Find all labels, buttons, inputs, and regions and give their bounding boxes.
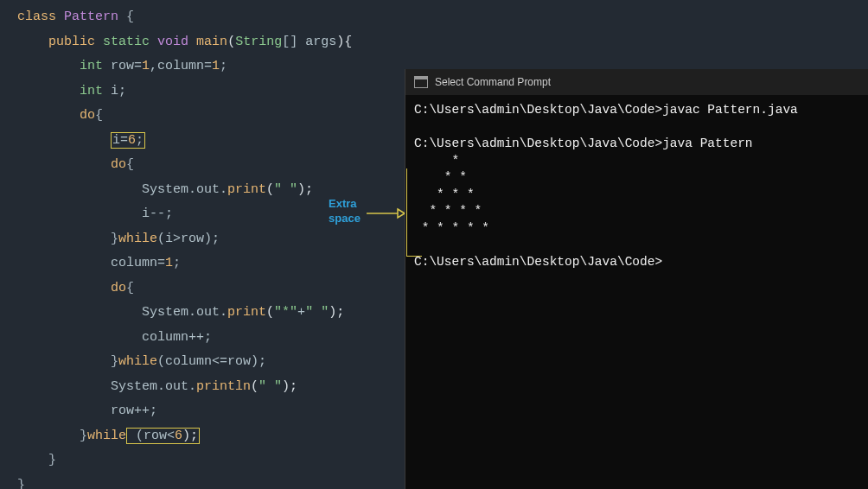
system-out: System.out. <box>142 305 227 320</box>
keyword-class: class <box>17 10 56 24</box>
keyword-void: void <box>157 35 188 49</box>
condition: (i>row); <box>157 232 220 246</box>
output-line: * * * <box>414 187 475 201</box>
brace: { <box>95 108 103 123</box>
brace: { <box>126 157 134 172</box>
keyword-do: do <box>111 157 126 172</box>
type-string: String <box>235 35 282 49</box>
increment-row: row++; <box>111 403 157 418</box>
method-print: print <box>227 305 266 320</box>
annotation-text-2: space <box>329 212 361 226</box>
terminal-window: Select Command Prompt C:\Users\admin\Des… <box>405 69 868 489</box>
highlight-i6: i=6; <box>111 132 145 149</box>
keyword-int: int <box>80 84 103 98</box>
keyword-public: public <box>48 35 95 49</box>
keyword-static: static <box>103 35 150 49</box>
num: 6 <box>128 133 136 148</box>
brace: } <box>80 429 87 443</box>
string: " " <box>305 305 329 320</box>
terminal-body[interactable]: C:\Users\admin\Desktop\Java\Code>javac P… <box>405 95 868 278</box>
command-java: java Pattern <box>662 137 752 150</box>
keyword-while: while <box>87 429 126 443</box>
brace: } <box>17 478 25 490</box>
brace: } <box>111 354 118 369</box>
args: [] args <box>282 35 336 49</box>
keyword-do: do <box>111 281 126 295</box>
system-out: System.out. <box>142 182 227 197</box>
keyword-do: do <box>80 108 95 123</box>
condition: (row< <box>128 429 175 443</box>
prompt-path: C:\Users\admin\Desktop\Java\Code> <box>414 103 662 117</box>
num: 1 <box>142 59 150 73</box>
arrow-icon <box>367 207 405 219</box>
var-column: ,column= <box>150 59 212 73</box>
assign: i= <box>112 133 128 148</box>
plus: + <box>297 305 305 320</box>
paren: ); <box>329 305 344 320</box>
var-i: i; <box>103 84 126 98</box>
method-println: println <box>196 379 251 394</box>
decrement: i--; <box>142 206 173 221</box>
increment: column++; <box>142 330 212 345</box>
highlight-row6: (row<6); <box>126 428 200 444</box>
paren: ); <box>297 182 313 197</box>
assign-column: column= <box>111 256 165 270</box>
class-name: Pattern <box>64 10 118 24</box>
terminal-title: Select Command Prompt <box>435 77 551 87</box>
terminal-title-bar[interactable]: Select Command Prompt <box>405 69 868 95</box>
semi: ; <box>220 59 227 73</box>
output-line: * * <box>414 170 467 184</box>
method-print: print <box>227 182 266 197</box>
keyword-while: while <box>118 354 157 369</box>
num: 1 <box>165 256 173 270</box>
prompt-path: C:\Users\admin\Desktop\Java\Code> <box>414 137 662 150</box>
string: "*" <box>274 305 297 320</box>
output-line: * <box>414 154 459 168</box>
num: 1 <box>212 59 220 73</box>
paren: ( <box>266 182 274 197</box>
annotation-extra-space: Extra space <box>329 197 361 226</box>
string: " " <box>274 182 297 197</box>
semi: ; <box>136 133 144 148</box>
paren: ( <box>266 305 274 320</box>
num: 6 <box>175 429 182 443</box>
string: " " <box>258 379 282 394</box>
brace: { <box>118 10 134 24</box>
var-row: row= <box>103 59 142 73</box>
annotation-text-1: Extra <box>329 197 361 212</box>
command-javac: javac Pattern.java <box>662 103 798 117</box>
brace: } <box>48 453 56 467</box>
terminal-icon <box>414 76 428 88</box>
keyword-int: int <box>80 59 103 73</box>
prompt-path: C:\Users\admin\Desktop\Java\Code> <box>414 255 662 269</box>
brace: } <box>111 232 118 246</box>
svg-marker-1 <box>398 209 405 218</box>
method-main: main <box>196 35 227 49</box>
paren: ); <box>282 379 297 394</box>
paren: ); <box>182 429 198 443</box>
semi: ; <box>173 256 181 270</box>
system-out: System.out. <box>111 379 196 394</box>
brace: { <box>126 281 134 295</box>
condition: (column<=row); <box>157 354 266 369</box>
output-line: * * * * <box>414 204 482 218</box>
keyword-while: while <box>118 232 157 246</box>
paren: ( <box>251 379 258 394</box>
output-line: * * * * * <box>414 221 489 235</box>
